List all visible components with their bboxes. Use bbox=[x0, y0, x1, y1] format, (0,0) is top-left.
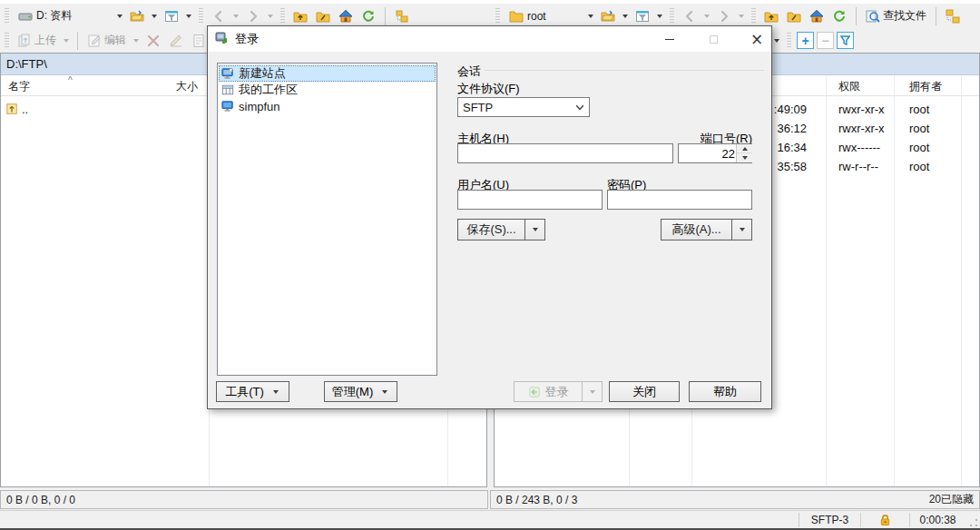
save-dropdown[interactable] bbox=[525, 219, 545, 240]
synchronize-button[interactable] bbox=[943, 7, 963, 25]
advanced-button[interactable]: 高级(A)... bbox=[661, 219, 732, 240]
remote-home-dir-button[interactable] bbox=[807, 7, 827, 25]
remote-forward-dropdown[interactable] bbox=[739, 15, 744, 18]
remove-session-button[interactable]: − bbox=[817, 32, 834, 49]
find-files-label: 查找文件 bbox=[883, 8, 926, 24]
remote-filter-dropdown[interactable] bbox=[657, 15, 662, 18]
dialog-titlebar[interactable]: 登录 × bbox=[208, 26, 771, 52]
login-dropdown[interactable] bbox=[583, 381, 603, 402]
remote-root-dir-button[interactable] bbox=[784, 7, 804, 25]
local-refresh-button[interactable] bbox=[358, 7, 378, 25]
column-header-owner[interactable]: 拥有者 bbox=[909, 79, 942, 94]
resize-grip[interactable] bbox=[969, 518, 978, 527]
host-name-input[interactable] bbox=[457, 143, 673, 163]
toolbar-grip[interactable] bbox=[5, 8, 9, 25]
port-number-stepper[interactable] bbox=[678, 143, 752, 163]
toolbar-grip[interactable] bbox=[751, 8, 756, 25]
site-item-label: simpfun bbox=[239, 100, 280, 113]
local-path: D:\FTP\ bbox=[6, 57, 47, 71]
session-filter-button[interactable] bbox=[837, 32, 854, 49]
edit-label: 编辑 bbox=[104, 33, 126, 48]
close-button[interactable]: 关闭 bbox=[609, 381, 680, 402]
protocol-indicator[interactable]: SFTP-3 bbox=[799, 513, 860, 527]
add-session-button[interactable]: + bbox=[797, 32, 814, 49]
toolbar-local-drive: D: 资料 bbox=[2, 4, 412, 28]
user-name-input[interactable] bbox=[457, 190, 603, 210]
toolbar-grip[interactable] bbox=[199, 8, 203, 25]
local-parent-dir-button[interactable] bbox=[290, 7, 310, 25]
toolbar-grip[interactable] bbox=[787, 33, 791, 49]
file-protocol-select[interactable]: SFTP bbox=[457, 97, 590, 117]
close-icon[interactable]: × bbox=[741, 26, 772, 52]
password-input[interactable] bbox=[607, 190, 752, 210]
toolbar-grip[interactable] bbox=[5, 33, 9, 49]
local-back-button[interactable] bbox=[209, 7, 229, 25]
site-item-simpfun[interactable]: simpfun bbox=[219, 98, 436, 114]
file-modified-time: 36:12 bbox=[777, 122, 807, 135]
upload-dropdown[interactable] bbox=[64, 39, 69, 43]
hidden-files-badge[interactable]: 20已隐藏 bbox=[929, 492, 974, 507]
remote-drive-dropdown[interactable] bbox=[588, 15, 593, 18]
find-files-button[interactable]: 查找文件 bbox=[863, 6, 929, 25]
manage-menu-button[interactable]: 管理(M) bbox=[324, 381, 397, 402]
file-owner: root bbox=[909, 122, 929, 135]
save-button[interactable]: 保存(S)... bbox=[457, 219, 525, 240]
tools-menu-button[interactable]: 工具(T) bbox=[216, 381, 289, 402]
encryption-indicator[interactable] bbox=[860, 513, 909, 527]
local-synchronize-browsing-button[interactable] bbox=[392, 7, 412, 25]
port-number-input[interactable] bbox=[679, 144, 735, 162]
drive-icon bbox=[18, 9, 33, 24]
upload-button[interactable]: 上传 bbox=[15, 31, 59, 50]
local-open-dir-dropdown[interactable] bbox=[152, 15, 157, 18]
rename-button[interactable] bbox=[166, 32, 186, 50]
remote-drive-combo[interactable]: root bbox=[505, 7, 583, 25]
remote-open-dir-dropdown[interactable] bbox=[622, 15, 628, 18]
workspace-icon bbox=[221, 83, 234, 96]
spin-up-button[interactable] bbox=[737, 144, 752, 153]
local-drive-combo[interactable]: D: 资料 bbox=[15, 6, 113, 25]
edit-dropdown[interactable] bbox=[133, 39, 139, 43]
local-home-dir-button[interactable] bbox=[336, 7, 356, 25]
local-filter-button[interactable] bbox=[162, 7, 181, 25]
local-filter-dropdown[interactable] bbox=[186, 15, 191, 18]
edit-button[interactable]: 编辑 bbox=[84, 31, 129, 50]
site-item-new-site[interactable]: 新建站点 bbox=[219, 65, 436, 82]
local-forward-button[interactable] bbox=[243, 7, 263, 25]
remote-open-dir-button[interactable] bbox=[598, 7, 618, 25]
file-modified-time: 16:34 bbox=[777, 141, 807, 154]
minimize-button[interactable] bbox=[654, 26, 685, 52]
local-root-dir-button[interactable] bbox=[313, 7, 333, 25]
local-forward-dropdown[interactable] bbox=[268, 15, 273, 18]
toolbar-file-commands: 上传 编辑 bbox=[2, 28, 233, 53]
login-dialog-icon bbox=[215, 32, 230, 46]
toolbar-overflow-dropdown[interactable] bbox=[774, 39, 779, 43]
maximize-button[interactable] bbox=[698, 26, 729, 52]
local-open-dir-button[interactable] bbox=[127, 7, 147, 25]
toolbar-grip[interactable] bbox=[670, 8, 674, 25]
site-item-workspace[interactable]: 我的工作区 bbox=[219, 82, 436, 98]
session-duration[interactable]: 0:00:38 bbox=[909, 513, 965, 527]
column-header-size[interactable]: 大小 bbox=[176, 79, 198, 94]
remote-refresh-button[interactable] bbox=[829, 7, 849, 25]
remote-forward-button[interactable] bbox=[714, 7, 734, 25]
toolbar-grip[interactable] bbox=[495, 8, 500, 25]
toolbar-grip[interactable] bbox=[280, 8, 285, 25]
column-header-name[interactable]: 名字 bbox=[8, 79, 30, 94]
remote-parent-dir-button[interactable] bbox=[761, 7, 781, 25]
remote-back-button[interactable] bbox=[680, 7, 700, 25]
spin-down-button[interactable] bbox=[737, 153, 752, 162]
column-header-permissions[interactable]: 权限 bbox=[838, 79, 860, 94]
login-button[interactable]: 登录 bbox=[514, 381, 583, 402]
remote-filter-button[interactable] bbox=[632, 7, 652, 25]
column-gridline bbox=[961, 75, 962, 486]
file-permissions: rw-r--r-- bbox=[838, 160, 878, 173]
advanced-dropdown[interactable] bbox=[732, 219, 752, 240]
delete-button[interactable] bbox=[143, 32, 163, 50]
site-list[interactable]: 新建站点 我的工作区 simpfun bbox=[217, 63, 437, 376]
remote-back-dropdown[interactable] bbox=[704, 15, 710, 18]
local-drive-dropdown[interactable] bbox=[117, 15, 122, 18]
open-folder-icon bbox=[601, 9, 615, 24]
local-back-dropdown[interactable] bbox=[233, 15, 239, 18]
file-row-parent[interactable]: .. bbox=[5, 100, 28, 118]
help-button[interactable]: 帮助 bbox=[689, 381, 761, 402]
